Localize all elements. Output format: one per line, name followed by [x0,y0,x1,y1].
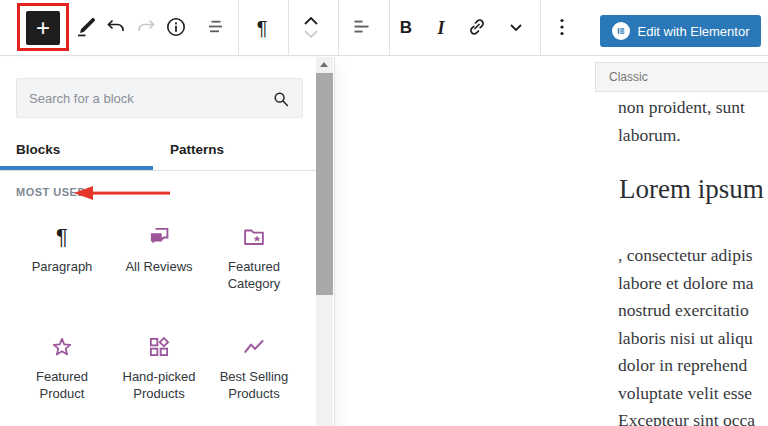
text-line: dolor in reprehend [618,352,755,380]
paragraph-block-button[interactable]: ¶ [246,0,278,56]
bold-icon: B [400,18,412,38]
elementor-logo-icon [612,22,630,40]
edit-with-elementor-button[interactable]: Edit with Elementor [600,15,761,47]
text-line: Excepteur sint occa [618,407,755,426]
block-item-all-reviews[interactable]: All Reviews [109,222,209,275]
annotation-arrow-icon [72,184,172,206]
toolbar-separator [338,0,339,56]
search-input[interactable] [17,79,302,117]
scrollbar-thumb[interactable] [316,73,333,295]
block-item-featured-category[interactable]: Featured Category [204,222,304,292]
list-view-button[interactable] [200,0,232,56]
list-view-icon [204,15,228,42]
content-heading[interactable]: Lorem ipsum [619,174,764,205]
align-left-icon [350,15,374,42]
move-up-down-icon [299,11,323,46]
link-button[interactable] [461,0,493,56]
text-line: non proident, sunt [618,94,745,122]
classic-content-paragraph[interactable]: non proident, sunt laborum. [618,94,745,149]
add-block-button[interactable]: + [26,11,60,45]
tools-pencil-button[interactable] [70,0,102,56]
classic-content-paragraph[interactable]: , consectetur adipis labore et dolore ma… [618,242,755,426]
block-search-box [16,78,303,118]
block-item-label: Featured Category [204,258,304,292]
block-item-featured-product[interactable]: Featured Product [12,332,112,402]
featured-product-icon [49,332,75,362]
undo-button[interactable] [100,0,132,56]
tab-blocks[interactable]: Blocks [0,130,153,170]
reviews-icon [146,222,172,252]
undo-icon [104,15,128,42]
block-item-hand-picked-products[interactable]: Hand-picked Products [109,332,209,402]
classic-block-label: Classic [609,70,648,84]
text-line: laborum. [618,122,745,150]
bold-button[interactable]: B [390,0,422,56]
italic-icon: I [437,18,444,39]
redo-button[interactable] [130,0,162,56]
panel-scrollbar[interactable] [316,57,333,426]
classic-block-toolbar[interactable]: Classic [595,62,768,92]
block-editor-screen: + ¶ [0,0,768,426]
edit-with-elementor-label: Edit with Elementor [638,24,750,39]
align-text-button[interactable] [346,0,378,56]
text-line: , consectetur adipis [618,242,755,270]
link-icon [465,15,489,42]
best-selling-products-icon [241,332,267,362]
block-item-paragraph[interactable]: ¶ Paragraph [12,222,112,275]
paragraph-icon: ¶ [257,17,268,40]
toolbar-separator [238,0,239,56]
info-icon [164,15,188,42]
block-inserter-panel: Blocks Patterns MOST USED ¶ Paragraph Al… [0,57,335,426]
block-mover-control[interactable] [295,0,327,56]
block-item-label: Hand-picked Products [109,368,209,402]
pencil-icon [74,15,98,42]
hand-picked-products-icon [146,332,172,362]
search-icon [270,88,292,114]
most-used-section-label: MOST USED [16,186,86,198]
more-options-button[interactable] [546,0,578,56]
chevron-down-icon [504,15,528,42]
editor-toolbar: + ¶ [0,0,768,56]
scrollbar-up-arrow[interactable] [316,57,333,72]
redo-icon [134,15,158,42]
ellipsis-vertical-icon [550,15,574,42]
featured-category-icon [241,222,267,252]
italic-button[interactable]: I [425,0,457,56]
tab-patterns[interactable]: Patterns [153,130,306,170]
toolbar-separator [540,0,541,56]
block-item-label: Paragraph [32,258,93,275]
block-item-label: Featured Product [12,368,112,402]
toolbar-separator [288,0,289,56]
text-line: voluptate velit esse [618,380,755,408]
block-item-label: Best Selling Products [204,368,304,402]
text-line: nostrud exercitatio [618,297,755,325]
text-line: laboris nisi ut aliqu [618,325,755,353]
dropdown-toggle-button[interactable] [500,0,532,56]
details-button[interactable] [160,0,192,56]
block-item-label: All Reviews [125,258,192,275]
inserter-tabs: Blocks Patterns [0,130,318,171]
paragraph-icon: ¶ [56,222,68,252]
text-line: labore et dolore ma [618,270,755,298]
block-item-best-selling-products[interactable]: Best Selling Products [204,332,304,402]
